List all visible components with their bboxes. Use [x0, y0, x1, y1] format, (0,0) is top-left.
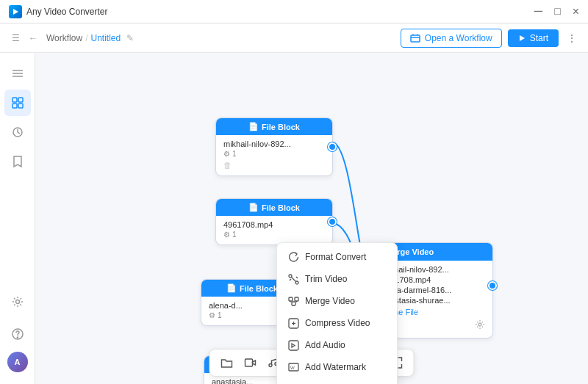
file-block-2-body: 4961708.mp4 ⚙ 1 — [216, 216, 332, 244]
settings-icon-3: ⚙ — [209, 311, 215, 319]
svg-point-16 — [295, 281, 298, 284]
svg-rect-9 — [18, 104, 23, 108]
start-label: Start — [530, 33, 548, 43]
back-btn[interactable]: ← — [26, 30, 40, 46]
context-add-audio[interactable]: Add Audio — [277, 334, 397, 356]
workflow-canvas[interactable]: 📄 File Block mikhail-nilov-892... ⚙ 1 🗑 … — [35, 53, 588, 384]
sidebar-item-help[interactable] — [4, 321, 31, 347]
file-icon-1: 📄 — [248, 122, 259, 131]
start-button[interactable]: Start — [508, 29, 559, 47]
svg-marker-2 — [520, 35, 525, 41]
trim-video-icon — [287, 273, 299, 285]
svg-rect-7 — [18, 98, 23, 102]
add-watermark-label: Add Watermark — [305, 362, 366, 372]
svg-rect-8 — [12, 104, 17, 108]
open-workflow-button[interactable]: Open a Workflow — [401, 29, 502, 48]
add-audio-icon — [287, 339, 299, 351]
svg-rect-18 — [295, 297, 298, 301]
toolbar-right: Open a Workflow Start ⋮ — [401, 29, 579, 48]
file-block-2-info: ⚙ 1 — [223, 231, 325, 239]
sidebar-bottom: A — [4, 287, 31, 378]
avatar[interactable]: A — [7, 352, 28, 372]
context-menu: Format Convert Trim Video Merge Video Co… — [276, 242, 398, 384]
more-options-icon[interactable]: ⋮ — [564, 30, 579, 46]
svg-point-14 — [478, 323, 481, 326]
main-toolbar: ☰ ← Workflow / Untitled ✎ Open a Workflo… — [0, 23, 588, 53]
merge-video-icon — [287, 295, 299, 307]
app-icon — [9, 5, 22, 18]
file-block-2-port-out — [328, 217, 337, 226]
add-watermark-icon: W — [287, 361, 299, 373]
minimize-btn[interactable]: ─ — [534, 5, 542, 18]
format-convert-icon — [287, 251, 299, 263]
svg-marker-0 — [13, 9, 18, 15]
context-crop-video[interactable]: Crop Video — [277, 378, 397, 384]
breadcrumb-sep: / — [85, 33, 87, 43]
maximize-btn[interactable]: □ — [554, 5, 560, 18]
sidebar: A — [0, 53, 35, 384]
app-logo: Any Video Converter — [9, 5, 108, 18]
svg-rect-23 — [289, 341, 298, 350]
sidebar-item-settings[interactable] — [4, 289, 31, 315]
file-block-1-port-out — [328, 142, 337, 151]
toolbar-folder-btn[interactable] — [216, 352, 238, 373]
titlebar: Any Video Converter ─ □ × — [0, 0, 588, 23]
svg-rect-17 — [289, 297, 293, 301]
svg-rect-19 — [292, 302, 295, 305]
file-block-1-info: ⚙ 1 — [223, 150, 325, 158]
sidebar-item-menu[interactable] — [4, 60, 31, 87]
file-icon-2: 📄 — [248, 203, 259, 212]
merge-port-out — [488, 281, 497, 290]
context-format-convert[interactable]: Format Convert — [277, 246, 397, 268]
add-audio-label: Add Audio — [305, 340, 345, 350]
compress-video-icon — [287, 317, 299, 329]
toolbar-video-btn[interactable] — [240, 352, 262, 373]
svg-point-15 — [289, 275, 292, 278]
file-block-2-title: File Block — [262, 203, 300, 212]
context-add-watermark[interactable]: W Add Watermark — [277, 356, 397, 378]
file-icon-3: 📄 — [226, 283, 237, 293]
current-page-label: Untitled — [90, 33, 121, 43]
trim-video-label: Trim Video — [305, 274, 347, 284]
svg-point-27 — [269, 364, 272, 367]
context-compress-video[interactable]: Compress Video — [277, 312, 397, 334]
sidebar-item-bookmark[interactable] — [4, 148, 31, 175]
file-block-2-filename: 4961708.mp4 — [223, 220, 325, 229]
workflow-link[interactable]: Workflow — [46, 33, 82, 43]
svg-point-11 — [15, 300, 19, 304]
file-block-1[interactable]: 📄 File Block mikhail-nilov-892... ⚙ 1 🗑 — [215, 117, 333, 176]
settings-icon-2: ⚙ — [223, 231, 230, 239]
compress-video-label: Compress Video — [305, 318, 370, 328]
svg-rect-1 — [411, 35, 420, 42]
open-workflow-label: Open a Workflow — [425, 33, 492, 43]
merge-video-label: Merge Video — [305, 296, 355, 306]
file-block-2[interactable]: 📄 File Block 4961708.mp4 ⚙ 1 — [215, 198, 333, 245]
sidebar-item-history[interactable] — [4, 119, 31, 145]
context-merge-video[interactable]: Merge Video — [277, 290, 397, 312]
breadcrumb: Workflow / Untitled ✎ — [46, 33, 134, 43]
file-block-1-header: 📄 File Block — [216, 118, 332, 135]
edit-title-icon[interactable]: ✎ — [126, 33, 134, 43]
svg-rect-6 — [12, 98, 17, 102]
file-block-3-title: File Block — [240, 284, 278, 293]
sidebar-item-workflow[interactable] — [4, 90, 31, 116]
close-btn[interactable]: × — [573, 5, 579, 18]
delete-icon-1[interactable]: 🗑 — [223, 161, 325, 170]
main-area: A 📄 File Block mikhail-nilov-892... ⚙ — [0, 53, 588, 384]
app-title: Any Video Converter — [26, 7, 108, 17]
format-convert-label: Format Convert — [305, 252, 366, 262]
svg-text:W: W — [290, 366, 295, 370]
file-block-1-title: File Block — [262, 123, 300, 131]
context-trim-video[interactable]: Trim Video — [277, 268, 397, 290]
window-controls: ─ □ × — [534, 5, 579, 18]
file-block-1-body: mikhail-nilov-892... ⚙ 1 🗑 — [216, 135, 332, 175]
file-block-1-filename: mikhail-nilov-892... — [223, 140, 325, 148]
svg-rect-26 — [245, 359, 253, 366]
svg-point-13 — [17, 337, 18, 338]
file-block-2-header: 📄 File Block — [216, 199, 332, 216]
settings-icon-1: ⚙ — [223, 150, 230, 158]
nav-area: ☰ ← — [9, 30, 40, 46]
menu-icon[interactable]: ☰ — [9, 30, 23, 46]
